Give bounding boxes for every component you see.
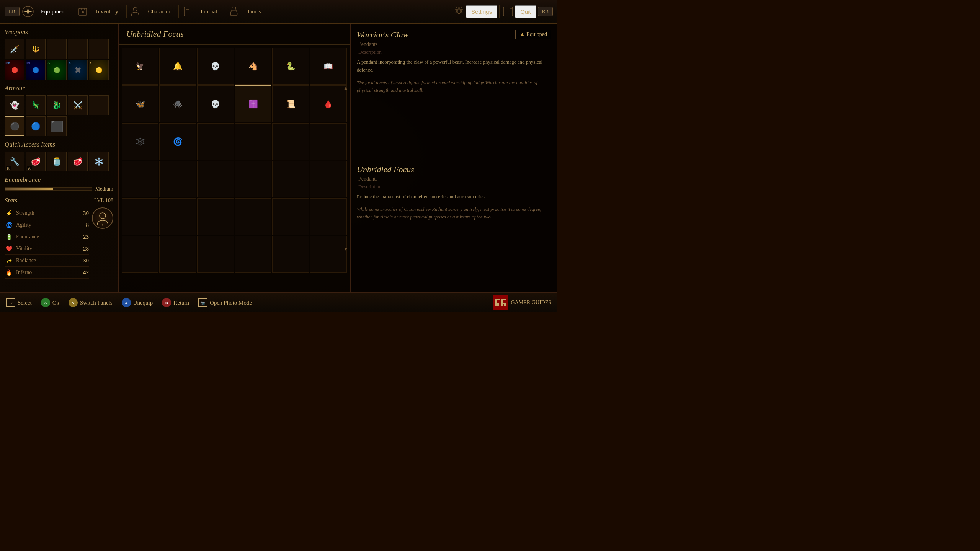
inv-cell-24[interactable]	[310, 161, 347, 197]
weapons-label: Weapons	[5, 28, 113, 36]
weapon-slot-2[interactable]: 🔱	[26, 39, 46, 59]
nav-character[interactable]: Character	[142, 6, 176, 17]
inv-cell-19[interactable]	[122, 161, 158, 197]
inv-cell-2[interactable]: 🔔	[159, 48, 196, 85]
inv-cell-22[interactable]	[235, 161, 271, 197]
nav-journal[interactable]: Journal	[194, 6, 223, 17]
weapon-slot-1[interactable]: 🗡️	[5, 39, 24, 59]
ok-action[interactable]: A Ok	[41, 298, 59, 307]
inv-cell-10[interactable]: ✝️	[235, 85, 271, 122]
equipped-text: Equipped	[526, 31, 547, 37]
weapon-slot-8[interactable]: 🟢 A	[47, 60, 67, 80]
inv-cell-30[interactable]	[310, 198, 347, 235]
svg-rect-14	[497, 303, 499, 306]
weapon-slot-5[interactable]	[89, 39, 109, 59]
armour-slot-7[interactable]: 🔵	[26, 116, 46, 136]
inv-cell-26[interactable]	[159, 198, 196, 235]
quick-access-label: Quick Access Items	[5, 141, 113, 148]
inv-cell-36[interactable]	[310, 236, 347, 273]
inv-cell-28[interactable]	[235, 198, 271, 235]
inv-cell-27[interactable]	[197, 198, 234, 235]
armour-slot-1[interactable]: 👻	[5, 95, 24, 115]
stats-section: Stats LVL 108 ⚡ Strength 30 🌀	[5, 197, 113, 279]
weapon-slot-3[interactable]	[47, 39, 67, 59]
inv-cell-34[interactable]	[235, 236, 271, 273]
quick-slot-5[interactable]: ❄️	[89, 152, 109, 171]
quick-slot-3[interactable]: 🫙	[47, 152, 67, 171]
inv-cell-21[interactable]	[197, 161, 234, 197]
weapon-slot-7[interactable]: 🔵 RT	[26, 60, 46, 80]
return-action[interactable]: B Return	[162, 298, 189, 307]
inv-cell-23[interactable]	[272, 161, 309, 197]
nav-inventory[interactable]: Inventory	[90, 6, 124, 17]
inv-cell-20[interactable]	[159, 161, 196, 197]
inv-cell-16[interactable]	[235, 123, 271, 160]
unequip-action[interactable]: X Unequip	[122, 298, 153, 307]
top-navigation: LB Equipment Inventory Character Journal…	[0, 0, 557, 24]
scroll-up-arrow[interactable]: ▲	[343, 85, 348, 91]
switch-btn: Y	[69, 298, 78, 307]
inv-cell-9[interactable]: 💀	[197, 85, 234, 122]
inv-cell-29[interactable]	[272, 198, 309, 235]
armour-slot-2[interactable]: 🦎	[26, 95, 46, 115]
middle-panel: Unbridled Focus 🦅 🔔 💀 🐴 🐍 📖 🦋 🕷️ 💀 ✝️ 📜 …	[119, 24, 351, 292]
quick-slot-4[interactable]: 🥩	[68, 152, 88, 171]
inv-cell-11[interactable]: 📜	[272, 85, 309, 122]
inv-cell-14[interactable]: 🌀	[159, 123, 196, 160]
weapon-slot-4[interactable]	[68, 39, 88, 59]
photo-icon: 📷	[198, 298, 207, 307]
armour-slot-8[interactable]: ⬛	[47, 116, 67, 136]
weapon-slot-10[interactable]: 🟡 Y	[89, 60, 109, 80]
scroll-down-arrow[interactable]: ▼	[343, 246, 348, 252]
endurance-value: 23	[83, 234, 89, 240]
nav-settings[interactable]: Settings	[466, 5, 497, 18]
nav-equipment[interactable]: Equipment	[35, 6, 72, 17]
quick-slot-1[interactable]: 🔧 18	[5, 152, 24, 171]
rb-button[interactable]: RB	[538, 7, 553, 16]
armour-slot-6[interactable]: ⚫	[5, 116, 24, 136]
stat-vitality: ❤️ Vitality 28	[5, 243, 89, 255]
inv-cell-8[interactable]: 🕷️	[159, 85, 196, 122]
select-action[interactable]: ⊕ Select	[6, 298, 32, 307]
armour-slot-5[interactable]	[89, 95, 109, 115]
bottom-item-desc2: While some branches of Orism eschew Radi…	[357, 205, 551, 221]
svg-rect-16	[501, 299, 506, 300]
inv-cell-17[interactable]	[272, 123, 309, 160]
inv-cell-18[interactable]	[310, 123, 347, 160]
nav-quit[interactable]: Quit	[515, 5, 536, 18]
inv-cell-31[interactable]	[122, 236, 158, 273]
inv-cell-5[interactable]: 🐍	[272, 48, 309, 85]
inv-cell-25[interactable]	[122, 198, 158, 235]
weapon-slot-6[interactable]: 🔴 RB	[5, 60, 24, 80]
inv-cell-4[interactable]: 🐴	[235, 48, 271, 85]
ok-label: Ok	[52, 300, 59, 306]
inv-cell-7[interactable]: 🦋	[122, 85, 158, 122]
inv-cell-1[interactable]: 🦅	[122, 48, 158, 85]
inventory-area: 🦅 🔔 💀 🐴 🐍 📖 🦋 🕷️ 💀 ✝️ 📜 🩸 🕸️ 🌀	[119, 45, 350, 292]
lb-button[interactable]: LB	[5, 7, 20, 16]
encumbrance-fill	[5, 188, 53, 190]
quick-slot-2[interactable]: 🥩 20	[26, 152, 46, 171]
inv-cell-12[interactable]: 🩸	[310, 85, 347, 122]
inv-cell-32[interactable]	[159, 236, 196, 273]
tincts-nav-icon	[227, 5, 241, 18]
switch-panels-action[interactable]: Y Switch Panels	[69, 298, 113, 307]
inv-cell-15[interactable]	[197, 123, 234, 160]
svg-rect-17	[501, 303, 504, 304]
svg-rect-18	[504, 303, 506, 306]
inv-cell-6[interactable]: 📖	[310, 48, 347, 85]
armour-slot-4[interactable]: ⚔️	[68, 95, 88, 115]
inv-cell-35[interactable]	[272, 236, 309, 273]
svg-point-2	[82, 11, 84, 13]
unequip-btn: X	[122, 298, 131, 307]
svg-point-3	[133, 7, 137, 11]
inventory-grid: 🦅 🔔 💀 🐴 🐍 📖 🦋 🕷️ 💀 ✝️ 📜 🩸 🕸️ 🌀	[119, 45, 350, 276]
inv-cell-33[interactable]	[197, 236, 234, 273]
inferno-icon: 🔥	[5, 268, 13, 277]
armour-slot-3[interactable]: 🐉	[47, 95, 67, 115]
nav-tincts[interactable]: Tincts	[241, 6, 267, 17]
photo-mode-action[interactable]: 📷 Open Photo Mode	[198, 298, 252, 307]
inv-cell-13[interactable]: 🕸️	[122, 123, 158, 160]
inv-cell-3[interactable]: 💀	[197, 48, 234, 85]
weapon-slot-9[interactable]: ✖️ X	[68, 60, 88, 80]
